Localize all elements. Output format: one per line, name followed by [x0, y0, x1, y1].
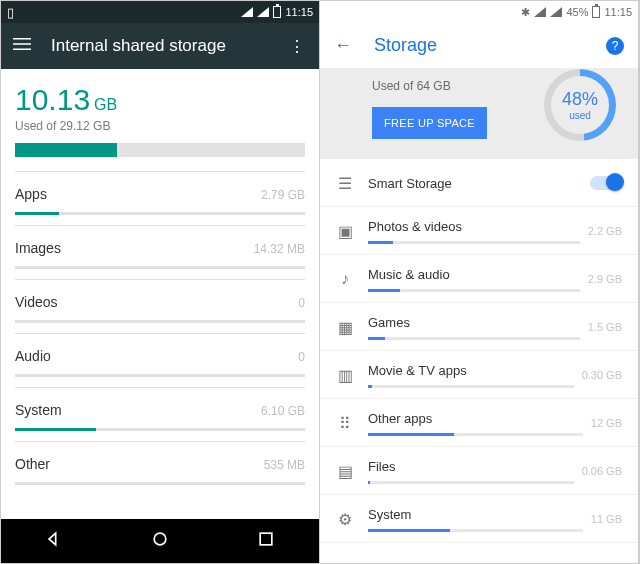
category-value: 0.06 GB — [582, 465, 622, 477]
content-left: 10.13GB Used of 29.12 GB Apps2.79 GBImag… — [1, 69, 319, 517]
phone-left-storage: ▯ 11:15 Internal shared storage ⋮ 10.13G… — [1, 1, 320, 563]
category-value: 535 MB — [264, 458, 305, 472]
category-bar — [368, 337, 580, 340]
phone-right-storage: ✱ 45% 11:15 ← Storage ? Used of 64 GB FR… — [320, 1, 639, 563]
category-bar — [15, 482, 305, 485]
wifi-icon — [241, 7, 253, 17]
smart-storage-toggle[interactable] — [590, 176, 622, 190]
category-label: Other apps — [368, 411, 583, 426]
category-label: Movie & TV apps — [368, 363, 574, 378]
appbar: ← Storage ? — [320, 23, 638, 69]
category-value: 6.10 GB — [261, 404, 305, 418]
category-label: Videos — [15, 294, 58, 310]
used-subtitle: Used of 29.12 GB — [15, 119, 305, 133]
category-bar — [368, 481, 574, 484]
category-value: 2.9 GB — [588, 273, 622, 285]
used-unit: GB — [94, 96, 117, 113]
page-title: Internal shared storage — [51, 36, 226, 56]
statusbar-left: ▯ 11:15 — [1, 1, 319, 23]
category-label: System — [368, 507, 583, 522]
category-value: 0.30 GB — [582, 369, 622, 381]
category-icon: ⚙ — [330, 510, 360, 529]
category-row[interactable]: System6.10 GB — [15, 387, 305, 441]
category-row[interactable]: Audio0 — [15, 333, 305, 387]
category-row[interactable]: ▤Files0.06 GB — [320, 447, 638, 495]
category-icon: ▣ — [330, 222, 360, 241]
recents-nav-icon[interactable] — [256, 529, 276, 553]
category-row[interactable]: ⠿Other apps12 GB — [320, 399, 638, 447]
signal-icon — [257, 7, 269, 17]
page-title: Storage — [374, 35, 437, 56]
category-label: Photos & videos — [368, 219, 580, 234]
ring-percent: 48% — [562, 89, 598, 110]
svg-rect-0 — [13, 38, 31, 40]
category-value: 0 — [298, 350, 305, 364]
free-up-space-button[interactable]: FREE UP SPACE — [372, 107, 487, 139]
category-label: Files — [368, 459, 574, 474]
actionbar: Internal shared storage ⋮ — [1, 23, 319, 69]
content-right: Used of 64 GB FREE UP SPACE 48% used ☰ S… — [320, 69, 638, 563]
signal-icon — [550, 7, 562, 17]
overflow-icon[interactable]: ⋮ — [289, 37, 305, 56]
category-bar — [15, 266, 305, 269]
category-icon: ⠿ — [330, 414, 360, 433]
category-row[interactable]: Apps2.79 GB — [15, 171, 305, 225]
category-label: Apps — [15, 186, 47, 202]
used-amount: 10.13GB — [15, 83, 305, 117]
category-value: 11 GB — [591, 513, 622, 525]
home-nav-icon[interactable] — [150, 529, 170, 553]
list-icon: ☰ — [330, 174, 360, 193]
category-bar — [15, 212, 305, 215]
wifi-icon — [534, 7, 546, 17]
battery-percent: 45% — [566, 6, 588, 18]
status-time: 11:15 — [604, 6, 632, 18]
category-label: Images — [15, 240, 61, 256]
category-row[interactable]: Videos0 — [15, 279, 305, 333]
svg-rect-2 — [13, 49, 31, 51]
category-icon: ▥ — [330, 366, 360, 385]
category-bar — [368, 385, 574, 388]
category-row[interactable]: ⚙System11 GB — [320, 495, 638, 543]
category-bar — [15, 428, 305, 431]
battery-icon — [273, 6, 281, 18]
category-value: 0 — [298, 296, 305, 310]
used-subtitle: Used of 64 GB — [372, 79, 487, 93]
category-row[interactable]: Images14.32 MB — [15, 225, 305, 279]
category-bar — [368, 289, 580, 292]
category-bar — [15, 374, 305, 377]
sim-icon: ▯ — [7, 5, 14, 20]
category-value: 14.32 MB — [254, 242, 305, 256]
category-row[interactable]: ▦Games1.5 GB — [320, 303, 638, 351]
category-row[interactable]: ♪Music & audio2.9 GB — [320, 255, 638, 303]
category-label: Audio — [15, 348, 51, 364]
menu-icon[interactable] — [13, 35, 31, 57]
category-value: 2.79 GB — [261, 188, 305, 202]
svg-rect-4 — [260, 533, 272, 545]
smart-storage-row[interactable]: ☰ Smart Storage — [320, 159, 638, 207]
help-icon[interactable]: ? — [606, 37, 624, 55]
category-row[interactable]: Other535 MB — [15, 441, 305, 495]
category-value: 2.2 GB — [588, 225, 622, 237]
total-progress — [15, 143, 305, 157]
category-row[interactable]: ▣Photos & videos2.2 GB — [320, 207, 638, 255]
statusbar-right: ✱ 45% 11:15 — [320, 1, 638, 23]
usage-ring: 48% used — [544, 69, 616, 141]
used-value: 10.13 — [15, 83, 90, 116]
category-value: 12 GB — [591, 417, 622, 429]
ring-label: used — [569, 110, 591, 121]
category-bar — [15, 320, 305, 323]
category-label: Music & audio — [368, 267, 580, 282]
status-time: 11:15 — [285, 6, 313, 18]
smart-storage-label: Smart Storage — [368, 176, 590, 191]
back-icon[interactable]: ← — [334, 35, 352, 56]
category-label: Games — [368, 315, 580, 330]
category-icon: ▤ — [330, 462, 360, 481]
category-label: System — [15, 402, 62, 418]
storage-header: Used of 64 GB FREE UP SPACE 48% used — [320, 69, 638, 159]
category-bar — [368, 433, 583, 436]
category-row[interactable]: ▥Movie & TV apps0.30 GB — [320, 351, 638, 399]
svg-point-3 — [154, 533, 166, 545]
back-nav-icon[interactable] — [44, 529, 64, 553]
battery-icon — [592, 6, 600, 18]
category-icon: ▦ — [330, 318, 360, 337]
